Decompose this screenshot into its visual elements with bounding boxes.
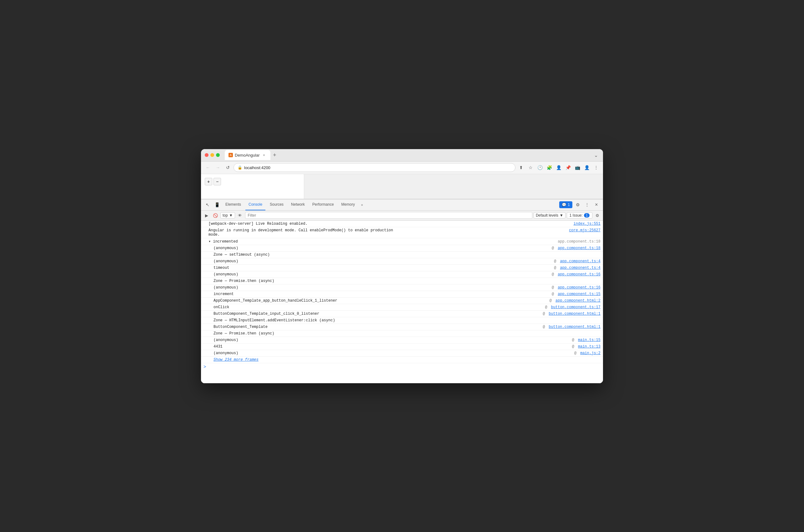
console-entry-3: ▾ incremented — [209, 239, 555, 244]
top-label: top — [223, 213, 228, 217]
console-row: onClick @ button.component.ts:17 — [201, 304, 603, 311]
console-link-10[interactable]: app.component.ts:16 — [558, 285, 600, 290]
devtools-settings-button[interactable]: ⚙ — [574, 201, 582, 209]
profiles-icon[interactable]: 👤 — [554, 163, 563, 172]
at-sign: @ — [554, 266, 556, 270]
url-bar[interactable]: 🔒 localhost:4200 — [233, 163, 515, 172]
console-entry-19: 4431 — [213, 344, 393, 349]
console-link-20[interactable]: main.js:2 — [580, 351, 600, 355]
top-dropdown-arrow: ▼ — [229, 213, 233, 217]
console-row: ButtonComponent_Template @ button.compon… — [201, 324, 603, 330]
console-entry-11: increment — [213, 292, 383, 296]
console-entry-6: (anonymous) — [213, 259, 384, 264]
pin-icon[interactable]: 📌 — [563, 163, 572, 172]
console-row: (anonymous) @ app.component.ts:16 — [201, 284, 603, 291]
history-icon[interactable]: 🕐 — [535, 163, 544, 172]
show-more-link[interactable]: Show 234 more frames — [213, 358, 259, 362]
console-link-2[interactable]: core.mjs:25627 — [569, 228, 600, 232]
nav-icons-right: ⬆ ☆ 🕐 🧩 👤 📌 📺 👤 ⋮ — [517, 163, 600, 172]
console-row: (anonymous) @ app.component.ts:16 — [201, 271, 603, 278]
default-levels-button[interactable]: Default levels ▼ — [534, 212, 566, 218]
at-sign: @ — [572, 338, 574, 342]
console-settings-button[interactable]: ⚙ — [594, 212, 601, 219]
at-sign: @ — [554, 259, 556, 264]
tab-console[interactable]: Console — [245, 199, 265, 210]
console-entry-9: Zone — Promise.then (async) — [213, 279, 600, 283]
share-icon[interactable]: ⬆ — [517, 163, 525, 172]
at-sign: @ — [572, 344, 574, 349]
console-link-4[interactable]: app.component.ts:18 — [558, 246, 600, 250]
at-sign: @ — [552, 272, 554, 277]
console-link-1[interactable]: index.js:551 — [574, 222, 600, 226]
title-bar: A DemoAngular × + ⌄ — [201, 149, 603, 162]
zoom-in-button[interactable]: + — [205, 178, 212, 185]
issue-count: 1 — [584, 213, 590, 217]
console-link-13[interactable]: button.component.ts:17 — [551, 305, 600, 309]
extensions-icon[interactable]: 🧩 — [545, 163, 554, 172]
at-sign: @ — [574, 351, 576, 355]
console-entry-8: (anonymous) — [213, 272, 383, 277]
eye-button[interactable]: 👁 — [236, 212, 244, 219]
tab-sources[interactable]: Sources — [267, 199, 287, 210]
tab-close-button[interactable]: × — [262, 153, 267, 157]
console-content: [webpack-dev-server] Live Reloading enab… — [201, 221, 603, 383]
reload-button[interactable]: ↺ — [224, 163, 232, 172]
console-entry-15: Zone — HTMLInputElement.addEventListener… — [213, 318, 600, 323]
tab-network[interactable]: Network — [288, 199, 308, 210]
tab-chevron[interactable]: ⌄ — [593, 151, 599, 159]
console-link-6[interactable]: app.component.ts:4 — [560, 259, 600, 264]
cast-icon[interactable]: 📺 — [573, 163, 582, 172]
bookmark-icon[interactable]: ☆ — [526, 163, 535, 172]
at-sign: @ — [552, 246, 554, 250]
console-link-18[interactable]: main.ts:15 — [578, 338, 600, 342]
tab-elements[interactable]: Elements — [222, 199, 244, 210]
console-link-14[interactable]: button.component.html:1 — [549, 312, 600, 316]
console-entry-4: (anonymous) — [213, 246, 383, 250]
console-row: Angular is running in development mode. … — [201, 227, 603, 238]
devtools-close-button[interactable]: × — [592, 201, 600, 209]
console-link-7[interactable]: app.component.ts:4 — [560, 266, 600, 270]
tab-memory[interactable]: Memory — [338, 199, 358, 210]
console-entry-16: ButtonComponent_Template — [213, 325, 378, 329]
console-entry-12: AppComponent_Template_app_button_handleC… — [213, 299, 381, 303]
issue-badge[interactable]: 1 Issue: 1 — [567, 212, 592, 218]
devtools-more-button[interactable]: ⋮ — [583, 201, 591, 209]
console-row: Zone — HTMLInputElement.addEventListener… — [201, 317, 603, 324]
console-link-8[interactable]: app.component.ts:16 — [558, 272, 600, 277]
close-traffic-light[interactable] — [205, 153, 209, 157]
forward-button[interactable]: → — [213, 163, 222, 172]
console-link-11[interactable]: app.component.ts:15 — [558, 292, 600, 296]
filter-input[interactable] — [245, 212, 532, 219]
devtools-toolbar: ↖ 📱 Elements Console Sources Network Per… — [201, 200, 603, 211]
devtools-panel: ↖ 📱 Elements Console Sources Network Per… — [201, 199, 603, 383]
profile-avatar[interactable]: 👤 — [582, 163, 591, 172]
new-tab-button[interactable]: + — [270, 151, 279, 159]
menu-icon[interactable]: ⋮ — [592, 163, 600, 172]
at-sign: @ — [552, 285, 554, 290]
console-row: ButtonComponent_Template_input_click_0_l… — [201, 311, 603, 317]
console-link-16[interactable]: button.component.html:1 — [549, 325, 600, 329]
back-button[interactable]: ← — [204, 163, 212, 172]
minimize-traffic-light[interactable] — [210, 153, 214, 157]
devtools-device-icon[interactable]: 📱 — [213, 201, 221, 209]
top-selector[interactable]: top ▼ — [221, 212, 235, 218]
zoom-out-button[interactable]: − — [213, 178, 221, 185]
url-text: localhost:4200 — [244, 165, 270, 170]
console-toolbar: ▶ 🚫 top ▼ 👁 Default levels ▼ 1 Issue: 1 … — [201, 211, 603, 221]
chat-count: 1 — [568, 203, 570, 207]
console-row: (anonymous) @ main.ts:15 — [201, 337, 603, 343]
chat-badge-button[interactable]: 💬 1 — [559, 201, 572, 208]
maximize-traffic-light[interactable] — [216, 153, 220, 157]
tab-performance[interactable]: Performance — [309, 199, 337, 210]
prompt-arrow: > — [204, 364, 206, 369]
console-row-show-more: Show 234 more frames — [201, 357, 603, 363]
execute-button[interactable]: ▶ — [203, 212, 210, 219]
console-link-12[interactable]: app.component.html:2 — [555, 299, 600, 303]
console-entry-18: (anonymous) — [213, 338, 393, 342]
browser-tab[interactable]: A DemoAngular × — [225, 150, 270, 160]
block-button[interactable]: 🚫 — [212, 212, 219, 219]
console-link-19[interactable]: main.ts:13 — [578, 344, 600, 349]
more-tabs-button[interactable]: » — [359, 202, 365, 208]
console-entry-7: timeout — [213, 266, 384, 270]
devtools-cursor-icon[interactable]: ↖ — [204, 201, 212, 209]
